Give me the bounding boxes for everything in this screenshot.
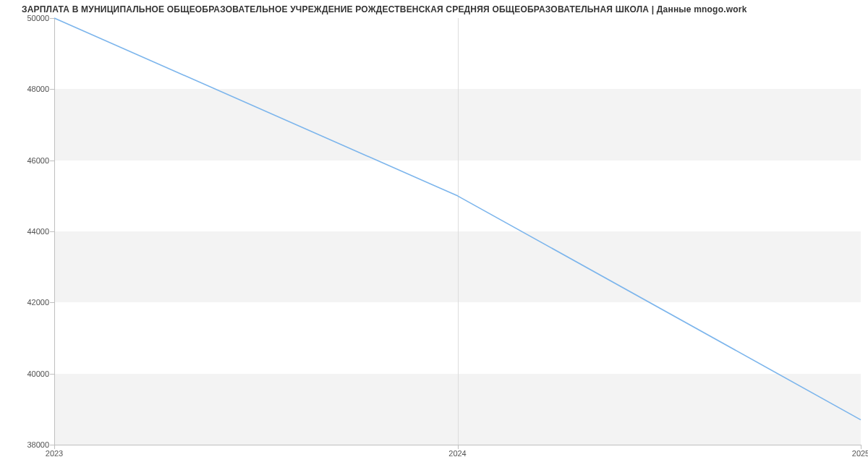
plot-area <box>54 18 861 445</box>
y-tick <box>50 302 54 303</box>
y-tick-label: 50000 <box>6 14 49 22</box>
x-tick-label: 2025 <box>852 449 868 458</box>
x-tick <box>458 445 459 449</box>
y-tick <box>50 161 54 161</box>
chart-container: ЗАРПЛАТА В МУНИЦИПАЛЬНОЕ ОБЩЕОБРАЗОВАТЕЛ… <box>0 0 868 470</box>
x-tick <box>861 445 861 449</box>
series-line <box>54 18 861 445</box>
y-tick <box>50 18 54 19</box>
y-tick-label: 48000 <box>6 85 49 93</box>
y-tick-label: 46000 <box>6 156 49 165</box>
y-tick <box>50 89 54 90</box>
y-tick-label: 40000 <box>6 369 49 378</box>
chart-title: ЗАРПЛАТА В МУНИЦИПАЛЬНОЕ ОБЩЕОБРАЗОВАТЕЛ… <box>22 4 747 14</box>
y-tick-label: 38000 <box>6 440 49 449</box>
y-tick-label: 44000 <box>6 227 49 236</box>
x-tick-label: 2023 <box>46 449 63 458</box>
x-tick-label: 2024 <box>448 449 466 458</box>
y-tick-label: 42000 <box>6 298 49 307</box>
x-tick <box>54 445 55 449</box>
y-tick <box>50 231 54 232</box>
y-tick <box>50 374 54 375</box>
